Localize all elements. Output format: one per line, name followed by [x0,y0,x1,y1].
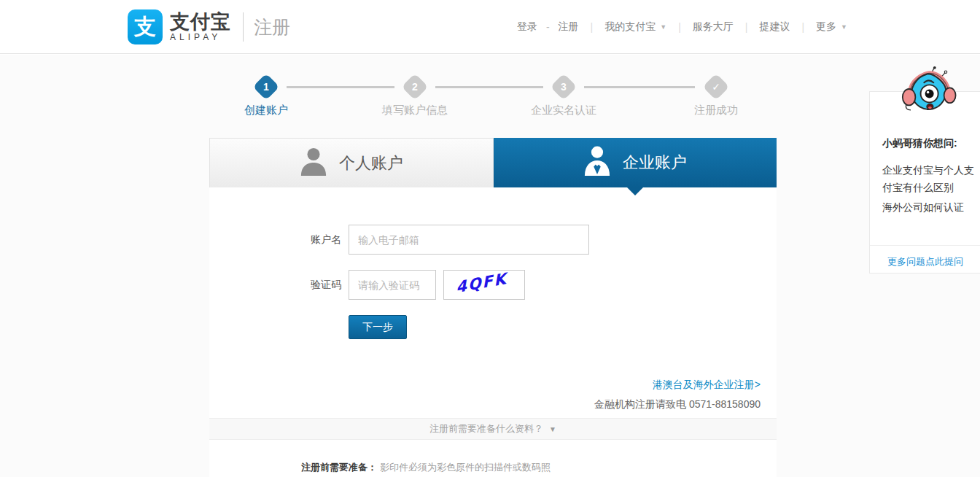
captcha-code: 4QFK [456,270,508,296]
captcha-input[interactable] [349,270,436,300]
prepare-note: 注册前需要准备：影印件必须为彩色原件的扫描件或数码照 [301,461,551,474]
tab-enterprise-account[interactable]: 企业账户 [494,138,777,187]
header: 支 支付宝 ALIPAY 注册 登录 - 注册 | 我的支付宝▼ | 服务大厅 … [0,0,980,54]
tab-personal-account[interactable]: 个人账户 [209,138,494,187]
logo: 支 支付宝 ALIPAY 注册 [128,9,290,44]
step-1-marker: 1 [253,74,280,101]
chevron-down-icon: ▼ [660,23,666,31]
step-check-marker: ✓ [703,74,730,101]
brand-name-en: ALIPAY [170,32,231,42]
tab-enterprise-label: 企业账户 [623,152,687,174]
alipay-register-page: 支 支付宝 ALIPAY 注册 登录 - 注册 | 我的支付宝▼ | 服务大厅 … [0,0,980,477]
logo-glyph: 支 [134,12,156,42]
alipay-logo-icon[interactable]: 支 [128,9,163,44]
account-email-input[interactable] [349,225,589,255]
brand-name-cn: 支付宝 [170,12,231,32]
mascot-robot-icon [899,66,957,124]
step-fill-info: 2 填写账户信息 [364,73,466,117]
content-area: 1 创建账户 2 填写账户信息 3 企业实名认证 ✓ 注册成功 [0,55,980,477]
progress-steps: 1 创建账户 2 填写账户信息 3 企业实名认证 ✓ 注册成功 [209,73,777,121]
overseas-register-link[interactable]: 港澳台及海外企业注册> [653,379,761,392]
nav-login[interactable]: 登录 [517,20,537,34]
chevron-down-icon: ▼ [841,23,847,31]
nav-separator: | [745,21,748,33]
nav-separator: | [678,21,681,33]
help-question-difference[interactable]: 企业支付宝与个人支付宝有什么区别 [882,161,974,196]
step-verify: 3 企业实名认证 [513,73,615,117]
next-step-button[interactable]: 下一步 [349,315,407,339]
person-icon [300,147,327,179]
step-create-account: 1 创建账户 [215,73,317,117]
finance-register-note: 金融机构注册请致电 0571-88158090 [594,398,761,411]
brand-text: 支付宝 ALIPAY [170,12,231,42]
business-person-icon [583,146,611,179]
help-card-divider [870,245,980,246]
nav-separator: | [591,21,594,33]
chevron-down-icon: ▼ [549,419,556,440]
step-2-marker: 2 [402,74,429,101]
captcha-label: 验证码 [283,270,341,300]
captcha-image[interactable]: 4QFK [443,270,525,300]
prepare-note-text: 影印件必须为彩色原件的扫描件或数码照 [380,462,551,473]
prepare-note-label: 注册前需要准备： [301,462,377,473]
tab-personal-label: 个人账户 [339,152,403,174]
nav-service-hall[interactable]: 服务大厅 [693,20,734,34]
help-question-overseas[interactable]: 海外公司如何认证 [882,201,974,214]
nav-more[interactable]: 更多▼ [816,20,847,34]
account-type-tabs: 个人账户 企业账户 [209,138,777,187]
register-panel: 个人账户 企业账户 账户名 验证码 4QFK 下一步 港澳台及海外企业注册> 金… [209,138,777,477]
account-name-label: 账户名 [283,225,341,255]
page-title: 注册 [254,15,290,39]
help-card-title: 小蚂哥猜你想问: [882,137,957,150]
nav-my-alipay[interactable]: 我的支付宝▼ [604,20,666,34]
step-3-marker: 3 [551,74,578,101]
nav-separator: | [801,21,804,33]
nav-dash: - [546,21,550,33]
nav-suggest[interactable]: 提建议 [759,20,790,34]
prepare-materials-accordion[interactable]: 注册前需要准备什么资料？▼ [209,418,777,440]
step-success: ✓ 注册成功 [665,73,767,117]
nav-register[interactable]: 注册 [559,20,579,34]
accordion-question: 注册前需要准备什么资料？ [429,423,543,434]
logo-divider [243,12,244,42]
top-nav: 登录 - 注册 | 我的支付宝▼ | 服务大厅 | 提建议 | 更多▼ [517,0,847,54]
more-questions-link[interactable]: 更多问题点此提问 [870,255,980,268]
